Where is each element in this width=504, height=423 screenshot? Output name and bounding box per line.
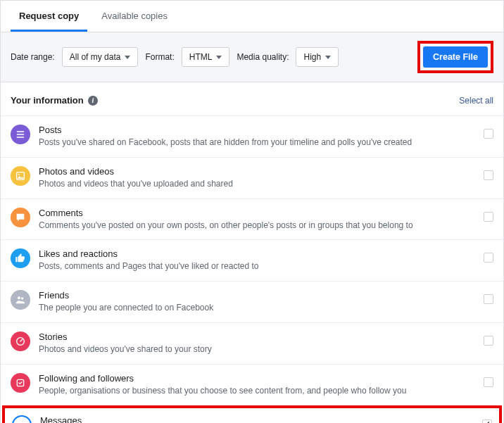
comment-icon bbox=[11, 208, 30, 227]
image-icon bbox=[11, 166, 30, 186]
tab-request-copy[interactable]: Request copy bbox=[11, 1, 87, 32]
posts-icon bbox=[11, 125, 30, 144]
list-item-text: Stories Photos and videos you've shared … bbox=[39, 332, 475, 355]
date-range-dropdown[interactable]: All of my data bbox=[62, 47, 139, 67]
list-item-desc: Posts you've shared on Facebook, posts t… bbox=[39, 137, 475, 149]
list-item-desc: The people you are connected to on Faceb… bbox=[39, 302, 475, 314]
tab-available-copies[interactable]: Available copies bbox=[93, 1, 176, 32]
gauge-icon bbox=[11, 332, 30, 351]
list-item-desc: Photos and videos you've shared to your … bbox=[39, 343, 475, 355]
list-item-comments[interactable]: Comments Comments you've posted on your … bbox=[1, 198, 503, 240]
select-all-link[interactable]: Select all bbox=[459, 96, 493, 106]
svg-point-5 bbox=[18, 297, 20, 300]
svg-rect-2 bbox=[17, 137, 25, 137]
date-range-label: Date range: bbox=[11, 52, 55, 62]
checkbox[interactable] bbox=[484, 129, 493, 139]
download-info-panel: Request copy Available copies Date range… bbox=[0, 0, 504, 423]
list-item-photos[interactable]: Photos and videos Photos and videos that… bbox=[1, 157, 503, 198]
list-item-messages[interactable]: Messages Messages you've exchanged with … bbox=[2, 405, 502, 423]
list-item-title: Posts bbox=[39, 125, 475, 135]
tabs-bar: Request copy Available copies bbox=[1, 1, 503, 32]
list-item-desc: Photos and videos that you've uploaded a… bbox=[39, 178, 475, 190]
checkbox[interactable] bbox=[484, 336, 493, 346]
list-item-title: Photos and videos bbox=[39, 166, 475, 177]
list-item-text: Friends The people you are connected to … bbox=[39, 290, 475, 314]
checkbox[interactable] bbox=[484, 170, 493, 180]
svg-point-4 bbox=[18, 174, 20, 175]
media-quality-value: High bbox=[303, 52, 321, 62]
list-item-title: Comments bbox=[39, 208, 475, 218]
list-item-following[interactable]: Following and followers People, organisa… bbox=[1, 364, 503, 405]
checkbox[interactable] bbox=[484, 253, 493, 263]
list-item-title: Messages bbox=[40, 415, 474, 423]
list-item-desc: Comments you've posted on your own posts… bbox=[39, 220, 475, 232]
create-file-highlight: Create File bbox=[417, 41, 493, 73]
format-label: Format: bbox=[145, 52, 174, 62]
chevron-down-icon bbox=[325, 56, 331, 59]
create-file-button[interactable]: Create File bbox=[423, 46, 488, 68]
chevron-down-icon bbox=[125, 56, 130, 59]
svg-rect-0 bbox=[17, 131, 25, 132]
chevron-down-icon bbox=[216, 56, 222, 59]
checkbox[interactable] bbox=[484, 212, 493, 222]
info-icon[interactable]: i bbox=[88, 96, 98, 106]
list-item-title: Following and followers bbox=[39, 373, 475, 384]
info-list: Posts Posts you've shared on Facebook, p… bbox=[1, 115, 503, 423]
checkbox[interactable] bbox=[484, 377, 493, 387]
list-item-title: Friends bbox=[39, 290, 475, 301]
media-quality-label: Media quality: bbox=[237, 52, 289, 62]
section-header: Your information i Select all bbox=[1, 82, 503, 115]
list-item-stories[interactable]: Stories Photos and videos you've shared … bbox=[1, 322, 503, 364]
list-item-title: Stories bbox=[39, 332, 475, 342]
checkbox[interactable] bbox=[484, 294, 493, 304]
list-item-text: Following and followers People, organisa… bbox=[39, 373, 475, 397]
following-icon bbox=[11, 373, 30, 393]
thumb-icon bbox=[11, 248, 30, 268]
checkbox[interactable] bbox=[482, 419, 492, 423]
list-item-title: Likes and reactions bbox=[39, 248, 475, 259]
list-item-desc: Posts, comments and Pages that you've li… bbox=[39, 260, 475, 272]
format-value: HTML bbox=[189, 52, 213, 62]
section-title: Your information bbox=[11, 95, 84, 106]
svg-point-6 bbox=[21, 298, 23, 300]
list-item-text: Comments Comments you've posted on your … bbox=[39, 208, 475, 232]
format-dropdown[interactable]: HTML bbox=[182, 47, 230, 67]
list-item-desc: People, organisations or business that y… bbox=[39, 385, 475, 397]
list-item-text: Photos and videos Photos and videos that… bbox=[39, 166, 475, 190]
svg-rect-1 bbox=[17, 134, 25, 134]
list-item-text: Likes and reactions Posts, comments and … bbox=[39, 248, 475, 272]
list-item-friends[interactable]: Friends The people you are connected to … bbox=[1, 281, 503, 322]
list-item-posts[interactable]: Posts Posts you've shared on Facebook, p… bbox=[1, 115, 503, 157]
date-range-value: All of my data bbox=[70, 52, 121, 62]
list-item-likes[interactable]: Likes and reactions Posts, comments and … bbox=[1, 239, 503, 281]
messenger-icon bbox=[12, 415, 32, 423]
list-item-text: Posts Posts you've shared on Facebook, p… bbox=[39, 125, 475, 149]
people-icon bbox=[11, 290, 30, 310]
list-item-text: Messages Messages you've exchanged with … bbox=[40, 415, 474, 423]
options-bar: Date range: All of my data Format: HTML … bbox=[1, 32, 503, 82]
media-quality-dropdown[interactable]: High bbox=[296, 47, 339, 67]
